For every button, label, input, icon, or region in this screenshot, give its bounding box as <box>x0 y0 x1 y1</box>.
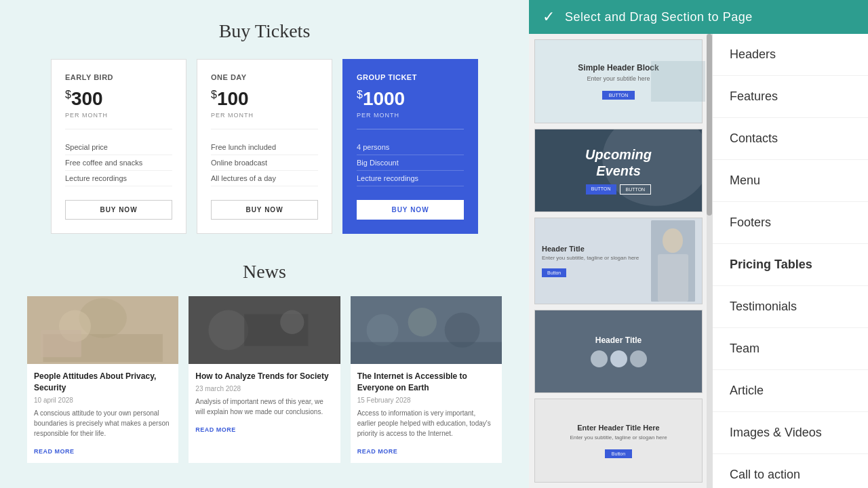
thumb4-title: Header Title <box>591 336 647 345</box>
price-1: $300 <box>65 88 172 110</box>
feature-2-3: All lectures of a day <box>211 171 318 186</box>
category-features[interactable]: Features <box>713 76 868 118</box>
svg-point-3 <box>59 310 91 342</box>
category-testimonials[interactable]: Testimonials <box>713 286 868 328</box>
news-card-3: The Internet is Accessible to Everyone o… <box>351 296 502 463</box>
feature-1-3: Lecture recordings <box>65 171 172 186</box>
thumbnail-simple-header[interactable]: Simple Header Block Enter your subtitle … <box>534 39 703 123</box>
news-body-3: The Internet is Accessible to Everyone o… <box>351 364 502 463</box>
news-image-3 <box>351 296 502 364</box>
thumbnail-team[interactable]: Header Title <box>534 310 703 394</box>
feature-2-1: Free lunch included <box>211 140 318 155</box>
scrollbar-track <box>707 34 712 488</box>
buy-btn-1[interactable]: BUY NOW <box>65 200 172 220</box>
category-menu[interactable]: Menu <box>713 160 868 202</box>
buy-btn-2[interactable]: BUY NOW <box>211 200 318 220</box>
thumb4-avatar2 <box>610 350 627 367</box>
thumb4-avatar3 <box>630 350 647 367</box>
thumb5-title: Enter Header Title Here <box>570 424 667 432</box>
price-3: $1000 <box>357 88 464 110</box>
per-month-2: PER MONTH <box>211 112 318 129</box>
news-headline-3: The Internet is Accessible to Everyone o… <box>357 371 495 394</box>
svg-rect-13 <box>351 342 502 364</box>
pricing-title: Buy Tickets <box>27 20 502 42</box>
news-date-2: 23 march 2028 <box>195 385 333 392</box>
read-more-2[interactable]: READ MORE <box>195 426 236 433</box>
svg-rect-2 <box>43 334 163 362</box>
currency-3: $ <box>357 89 363 100</box>
currency-2: $ <box>211 89 217 100</box>
thumb4-avatar1 <box>591 350 608 367</box>
read-more-1[interactable]: READ MORE <box>34 448 75 455</box>
thumb1-sub: Enter your subtitle here <box>578 75 658 82</box>
thumb2-btn1: BUTTON <box>586 184 616 195</box>
thumb1-btn: BUTTON <box>602 91 635 100</box>
per-month-1: PER MONTH <box>65 112 172 129</box>
thumb1-title: Simple Header Block <box>578 63 658 73</box>
news-body-1: People Attitudes About Privacy, Security… <box>27 364 178 463</box>
pricing-card-group: GROUP TICKET $1000 PER MONTH 4 persons B… <box>342 59 478 234</box>
feature-2-2: Online broadcast <box>211 155 318 171</box>
thumb5-btn: Button <box>605 449 632 458</box>
feature-3-3: Lecture recordings <box>357 171 464 186</box>
feature-1-1: Special price <box>65 140 172 155</box>
thumbnail-upcoming-events[interactable]: UpcomingEvents BUTTON BUTTON <box>534 129 703 213</box>
category-footers[interactable]: Footers <box>713 202 868 244</box>
scrollbar-thumb[interactable] <box>707 34 712 216</box>
svg-point-19 <box>663 228 683 253</box>
read-more-3[interactable]: READ MORE <box>357 448 398 455</box>
news-card-2: How to Analyze Trends for Society 23 mar… <box>189 296 340 463</box>
thumb3-btn: Button <box>542 268 566 277</box>
svg-rect-20 <box>658 254 688 302</box>
currency-1: $ <box>65 89 71 100</box>
ticket-type-1: EARLY BIRD <box>65 73 172 81</box>
right-panel: Simple Header Block Enter your subtitle … <box>529 0 868 488</box>
svg-point-10 <box>366 314 398 346</box>
top-bar: ✓ Select and Drag Section to Page <box>529 0 868 34</box>
ticket-type-2: ONE DAY <box>211 73 318 81</box>
top-bar-label: Select and Drag Section to Page <box>565 10 753 24</box>
category-article[interactable]: Article <box>713 370 868 412</box>
pricing-card-early-bird: EARLY BIRD $300 PER MONTH Special price … <box>51 59 186 234</box>
svg-point-11 <box>408 308 436 336</box>
category-images-videos[interactable]: Images & Videos <box>713 412 868 454</box>
buy-btn-3[interactable]: BUY NOW <box>357 200 464 220</box>
thumb3-sub: Enter you subtitle, tagline or slogan he… <box>542 255 644 261</box>
feature-list-1: Special price Free coffee and snacks Lec… <box>65 140 172 186</box>
thumb3-title: Header Title <box>542 245 644 253</box>
news-excerpt-3: Access to information is very important,… <box>357 408 495 439</box>
svg-rect-14 <box>651 61 703 102</box>
news-title: News <box>27 261 502 283</box>
check-icon: ✓ <box>542 8 555 26</box>
category-pricing-tables[interactable]: Pricing Tables <box>713 244 868 286</box>
news-grid: People Attitudes About Privacy, Security… <box>27 296 502 463</box>
pricing-cards-container: EARLY BIRD $300 PER MONTH Special price … <box>27 59 502 234</box>
category-team[interactable]: Team <box>713 328 868 370</box>
thumbnails-panel[interactable]: Simple Header Block Enter your subtitle … <box>529 34 712 488</box>
svg-point-8 <box>281 310 304 334</box>
ticket-type-3: GROUP TICKET <box>357 73 464 81</box>
news-date-1: 10 april 2028 <box>34 396 172 404</box>
feature-list-2: Free lunch included Online broadcast All… <box>211 140 318 186</box>
price-2: $100 <box>211 88 318 110</box>
feature-3-2: Big Discount <box>357 155 464 171</box>
category-call-to-action[interactable]: Call to action <box>713 454 868 488</box>
thumb3-person <box>651 220 695 302</box>
thumbnail-cta[interactable]: Enter Header Title Here Enter you subtit… <box>534 399 703 483</box>
news-image-1 <box>27 296 178 364</box>
news-excerpt-2: Analysis of important news of this year,… <box>195 396 333 417</box>
categories-panel: Headers Features Contacts Menu Footers P… <box>712 34 868 488</box>
news-excerpt-1: A conscious attitude to your own persona… <box>34 408 172 439</box>
thumbnail-header2[interactable]: Header Title Enter you subtitle, tagline… <box>534 218 703 304</box>
news-image-2 <box>189 296 340 364</box>
news-headline-2: How to Analyze Trends for Society <box>195 371 333 382</box>
category-headers[interactable]: Headers <box>713 34 868 76</box>
category-contacts[interactable]: Contacts <box>713 118 868 160</box>
pricing-card-one-day: ONE DAY $100 PER MONTH Free lunch includ… <box>197 59 332 234</box>
feature-1-2: Free coffee and snacks <box>65 155 172 171</box>
thumb2-btn2: BUTTON <box>620 184 652 195</box>
thumb2-title: UpcomingEvents <box>585 146 652 179</box>
news-card-1: People Attitudes About Privacy, Security… <box>27 296 178 463</box>
svg-point-6 <box>209 310 249 350</box>
per-month-3: PER MONTH <box>357 112 464 129</box>
